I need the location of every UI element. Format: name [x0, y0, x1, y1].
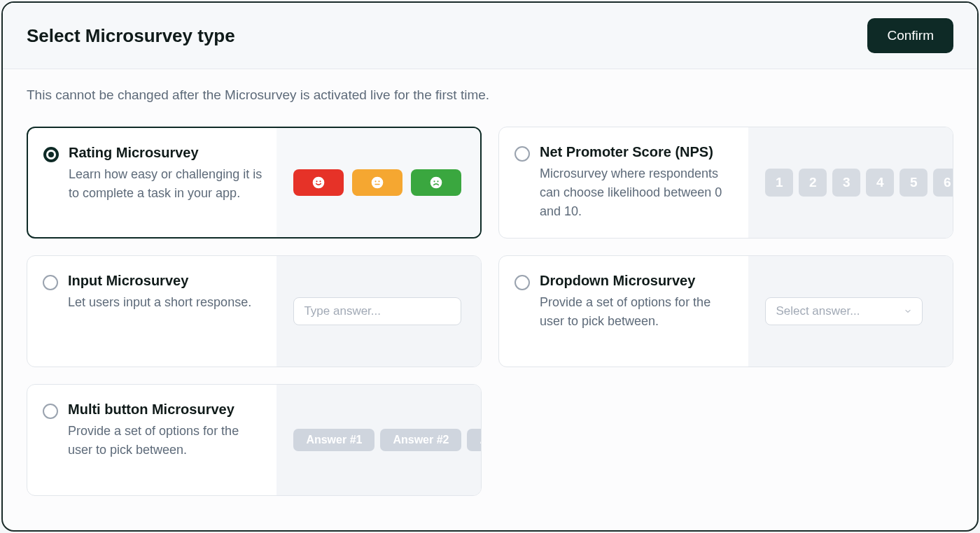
nps-number: 4: [866, 169, 894, 197]
option-dropdown-text: Dropdown Microsurvey Provide a set of op…: [540, 273, 736, 350]
option-rating-description: Learn how easy or challenging it is to c…: [69, 165, 264, 203]
dropdown-preview-field: Select answer...: [765, 297, 923, 325]
option-nps-description: Microsurvey where respondents can choose…: [540, 164, 736, 221]
option-multi-title: Multi button Microsurvey: [68, 401, 264, 418]
option-multi-description: Provide a set of options for the user to…: [68, 422, 264, 460]
answer-pill: Answer #2: [380, 429, 461, 451]
svg-point-7: [434, 180, 435, 182]
option-input-header: Input Microsurvey Let users input a shor…: [27, 256, 276, 367]
neutral-face-icon: [370, 176, 384, 190]
radio-multi[interactable]: [43, 404, 58, 419]
option-rating-preview: [276, 128, 480, 237]
option-multi[interactable]: Multi button Microsurvey Provide a set o…: [27, 384, 482, 496]
subtext: This cannot be changed after the Microsu…: [3, 69, 977, 110]
option-rating[interactable]: Rating Microsurvey Learn how easy or cha…: [27, 127, 482, 239]
option-dropdown-header: Dropdown Microsurvey Provide a set of op…: [499, 256, 748, 367]
svg-point-3: [372, 177, 384, 189]
page-title: Select Microsurvey type: [27, 25, 235, 47]
nps-number: 6: [933, 169, 953, 197]
answer-row: Answer #1 Answer #2 An: [293, 429, 481, 451]
option-dropdown-title: Dropdown Microsurvey: [540, 273, 736, 289]
happy-face-icon: [312, 176, 326, 190]
radio-input[interactable]: [43, 275, 58, 290]
option-rating-title: Rating Microsurvey: [69, 145, 264, 161]
emoji-sad-pill: [411, 169, 461, 196]
svg-point-8: [438, 180, 439, 182]
option-input[interactable]: Input Microsurvey Let users input a shor…: [27, 255, 482, 367]
option-nps-header: Net Promoter Score (NPS) Microsurvey whe…: [499, 127, 748, 238]
option-rating-text: Rating Microsurvey Learn how easy or cha…: [69, 145, 264, 220]
nps-number: 3: [832, 169, 860, 197]
svg-point-4: [375, 180, 377, 182]
dialog-container: Select Microsurvey type Confirm This can…: [1, 1, 979, 532]
option-dropdown[interactable]: Dropdown Microsurvey Provide a set of op…: [498, 255, 953, 367]
dropdown-placeholder: Select answer...: [776, 304, 860, 318]
option-input-text: Input Microsurvey Let users input a shor…: [68, 273, 251, 350]
confirm-button[interactable]: Confirm: [867, 18, 953, 53]
answer-pill: Answer #1: [293, 429, 374, 451]
nps-number: 5: [899, 169, 927, 197]
emoji-group: [293, 169, 461, 196]
nps-number: 2: [799, 169, 827, 197]
option-nps-preview: 1 2 3 4 5 6 7: [748, 127, 953, 238]
radio-dropdown[interactable]: [514, 275, 530, 290]
svg-point-6: [430, 177, 442, 189]
radio-nps[interactable]: [514, 146, 530, 162]
svg-point-5: [379, 180, 380, 182]
option-dropdown-description: Provide a set of options for the user to…: [540, 293, 736, 331]
svg-point-1: [316, 180, 318, 182]
option-nps-text: Net Promoter Score (NPS) Microsurvey whe…: [540, 144, 736, 221]
sad-face-icon: [429, 176, 443, 190]
input-preview-field: Type answer...: [293, 297, 461, 325]
svg-point-0: [313, 177, 325, 189]
option-rating-header: Rating Microsurvey Learn how easy or cha…: [28, 128, 276, 237]
option-multi-preview: Answer #1 Answer #2 An: [276, 385, 481, 495]
options-grid: Rating Microsurvey Learn how easy or cha…: [3, 110, 977, 520]
nps-number-row: 1 2 3 4 5 6 7: [765, 169, 953, 197]
svg-point-2: [320, 180, 321, 182]
option-nps[interactable]: Net Promoter Score (NPS) Microsurvey whe…: [498, 127, 953, 239]
option-dropdown-preview: Select answer...: [748, 256, 953, 367]
answer-pill: An: [467, 429, 481, 451]
radio-rating[interactable]: [43, 147, 59, 162]
option-multi-text: Multi button Microsurvey Provide a set o…: [68, 401, 264, 478]
option-input-description: Let users input a short response.: [68, 293, 251, 312]
option-input-preview: Type answer...: [276, 256, 481, 367]
emoji-happy-pill: [293, 169, 344, 196]
nps-number: 1: [765, 169, 793, 197]
option-multi-header: Multi button Microsurvey Provide a set o…: [27, 385, 276, 495]
option-input-title: Input Microsurvey: [68, 273, 251, 289]
emoji-neutral-pill: [352, 169, 402, 196]
option-nps-title: Net Promoter Score (NPS): [540, 144, 736, 160]
dialog-header: Select Microsurvey type Confirm: [3, 3, 977, 69]
chevron-down-icon: [904, 307, 912, 315]
